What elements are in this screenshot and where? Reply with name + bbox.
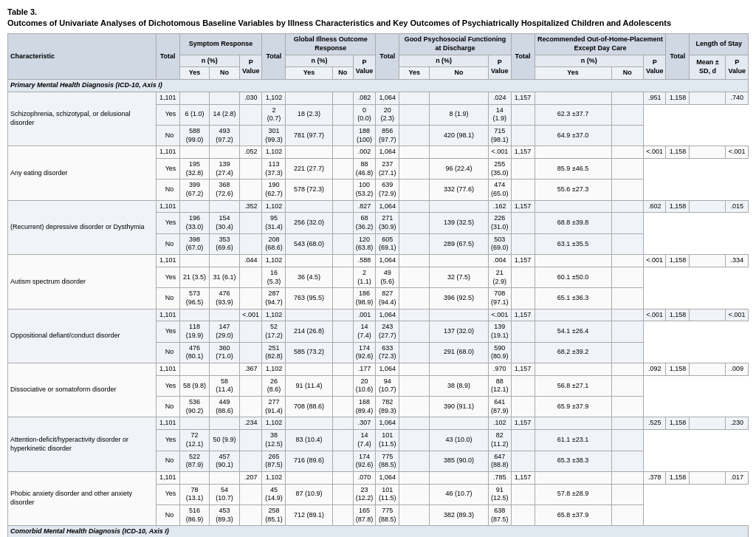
gi-total: 1,102 xyxy=(262,200,286,213)
recommended-out-header: Recommended Out-of-Home-Placement Except… xyxy=(535,34,666,55)
los-pvalue: .740 xyxy=(726,92,749,104)
gi-pval: P Value xyxy=(353,55,376,79)
ps-total: 1,064 xyxy=(376,92,399,104)
yes-label: Yes xyxy=(156,321,179,342)
characteristic-header: Characteristic xyxy=(8,34,157,80)
no-label: No xyxy=(156,504,179,525)
yes-label: Yes xyxy=(156,267,179,287)
los-total: 1,158 xyxy=(666,200,690,213)
los-pvalue: .017 xyxy=(726,471,749,484)
no-label: No xyxy=(156,288,179,309)
yes-label: Yes xyxy=(156,158,179,179)
total-n: 1,101 xyxy=(156,309,179,321)
los-mean: Mean ± SD, d xyxy=(690,55,726,79)
out-total: 1,157 xyxy=(511,471,535,484)
sr-pvalue: .234 xyxy=(239,417,262,430)
total-n: 1,101 xyxy=(156,417,179,430)
ps-pvalue: <.001 xyxy=(489,146,512,159)
length-of-stay-header: Length of Stay xyxy=(690,34,749,55)
los-total: 1,158 xyxy=(666,417,690,430)
gi-total: 1,102 xyxy=(262,92,286,104)
total-n: 1,101 xyxy=(156,255,179,267)
ps-pvalue: .004 xyxy=(489,255,512,267)
sr-pvalue: .352 xyxy=(239,200,262,213)
sr-pvalue: .367 xyxy=(239,363,262,376)
total-n: 1,101 xyxy=(156,363,179,376)
yes-label: Yes xyxy=(156,484,179,504)
gi-npct: n (%) xyxy=(286,55,353,67)
ps-total: 1,064 xyxy=(376,200,399,213)
table-title: Table 3. xyxy=(7,7,749,16)
ps-total: 1,064 xyxy=(376,363,399,376)
disorder-label: (Recurrent) depressive disorder or Dysth… xyxy=(8,200,157,254)
total-n: 1,101 xyxy=(156,146,179,159)
sr-no: No xyxy=(210,67,240,80)
no-label: No xyxy=(156,125,179,146)
gi-pvalue: .002 xyxy=(353,146,376,159)
out-pvalue: .378 xyxy=(643,471,666,484)
out-no: No xyxy=(611,67,643,80)
out-total: 1,157 xyxy=(511,255,535,267)
gi-no: No xyxy=(332,67,353,80)
gi-total: 1,102 xyxy=(262,471,286,484)
gi-pvalue: .177 xyxy=(353,363,376,376)
disorder-label: Dissociative or somatoform disorder xyxy=(8,363,157,417)
ps-total: 1,064 xyxy=(376,255,399,267)
disorder-label: Autism spectrum disorder xyxy=(8,255,157,309)
gi-total: 1,102 xyxy=(262,146,286,159)
yes-label: Yes xyxy=(156,375,179,396)
gi-total: 1,102 xyxy=(262,417,286,430)
ps-pvalue: .162 xyxy=(489,200,512,213)
los-pvalue: .015 xyxy=(726,200,749,213)
gi-pvalue: .082 xyxy=(353,92,376,104)
los-total: 1,158 xyxy=(666,363,690,376)
gi-pvalue: .307 xyxy=(353,417,376,430)
yes-label: Yes xyxy=(156,213,179,233)
no-label: No xyxy=(156,179,179,200)
out-pvalue: <.001 xyxy=(643,146,666,159)
total-header-main: Total xyxy=(156,34,179,80)
sr-yes: Yes xyxy=(179,67,210,80)
gi-yes: Yes xyxy=(286,67,332,80)
ps-pvalue: .970 xyxy=(489,363,512,376)
out-total: 1,157 xyxy=(511,200,535,213)
no-label: No xyxy=(156,342,179,363)
ps-yes: Yes xyxy=(399,67,430,80)
sr-pvalue: .044 xyxy=(239,255,262,267)
ps-pvalue: .102 xyxy=(489,417,512,430)
ps-total: 1,064 xyxy=(376,309,399,321)
total-header-psycho: Total xyxy=(376,34,399,80)
ps-total: 1,064 xyxy=(376,471,399,484)
gi-pvalue: .827 xyxy=(353,200,376,213)
out-pvalue: .092 xyxy=(643,363,666,376)
out-pval: P Value xyxy=(643,55,666,79)
ps-pvalue: .024 xyxy=(489,92,512,104)
out-total: 1,157 xyxy=(511,146,535,159)
symptom-response-header: Symptom Response xyxy=(179,34,262,55)
total-n: 1,101 xyxy=(156,471,179,484)
out-yes: Yes xyxy=(535,67,611,80)
sr-pval: P Value xyxy=(239,55,262,79)
ps-total: 1,064 xyxy=(376,417,399,430)
sr-pvalue: <.001 xyxy=(239,309,262,321)
los-pvalue: .230 xyxy=(726,417,749,430)
table-subtitle: Outcomes of Univariate Analyses of Dicho… xyxy=(7,18,749,29)
ps-total: 1,064 xyxy=(376,146,399,159)
los-pvalue: <.001 xyxy=(726,309,749,321)
out-pvalue: <.001 xyxy=(643,309,666,321)
los-pvalue: .009 xyxy=(726,363,749,376)
out-total: 1,157 xyxy=(511,417,535,430)
yes-label: Yes xyxy=(156,104,179,125)
global-illness-header: Global Illness Outcome Response xyxy=(286,34,376,55)
total-header-los: Total xyxy=(666,34,690,80)
sr-npct: n (%) xyxy=(179,55,239,67)
out-total: 1,157 xyxy=(511,363,535,376)
los-total: 1,158 xyxy=(666,146,690,159)
los-pvalue: .334 xyxy=(726,255,749,267)
out-pvalue: <.001 xyxy=(643,255,666,267)
disorder-label: Any eating disorder xyxy=(8,146,157,200)
total-header-global: Total xyxy=(262,34,286,80)
no-label: No xyxy=(156,233,179,254)
sr-pvalue: .052 xyxy=(239,146,262,159)
out-npct: n (%) xyxy=(535,55,643,67)
